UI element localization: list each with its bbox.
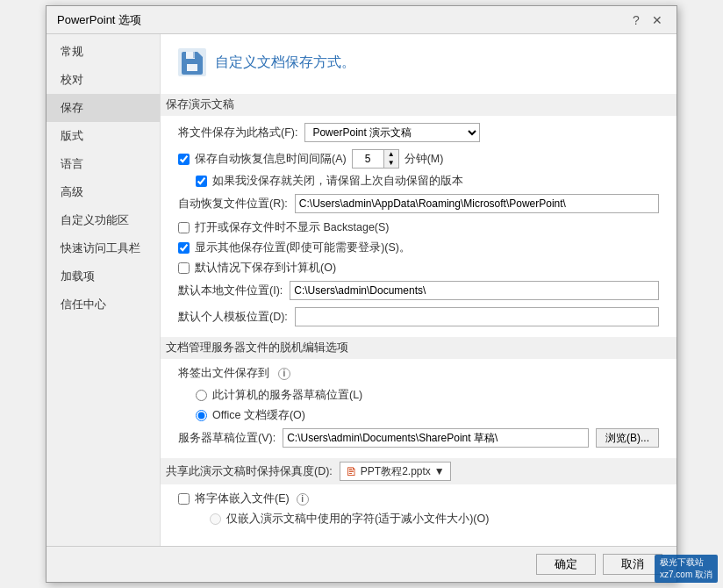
default-template-row: 默认个人模板位置(D):: [178, 307, 659, 326]
content-title: 自定义文档保存方式。: [215, 54, 355, 72]
sidebar-item-proofing[interactable]: 校对: [47, 66, 160, 94]
radio-server-radio[interactable]: [196, 390, 207, 401]
sidebar-item-customize[interactable]: 自定义功能区: [47, 206, 160, 234]
default-template-input[interactable]: [295, 307, 659, 326]
server-path-row: 服务器草稿位置(V): 浏览(B)...: [178, 428, 659, 448]
default-local-checkbox[interactable]: [178, 262, 190, 274]
autosave-minutes-input[interactable]: [352, 149, 383, 169]
svg-rect-1: [187, 64, 197, 71]
default-local-label: 默认情况下保存到计算机(O): [195, 261, 336, 276]
radio2-label: Office 文档缓存(O): [212, 408, 305, 423]
backstage-row: 打开或保存文件时不显示 Backstage(S): [178, 220, 659, 235]
default-local-row: 默认情况下保存到计算机(O): [178, 261, 659, 276]
share-file-name: PPT教程2.pptx: [361, 464, 431, 479]
dialog-title: PowerPoint 选项: [57, 12, 141, 28]
default-location-row: 默认本地文件位置(I):: [178, 281, 659, 300]
help-button[interactable]: ?: [627, 11, 645, 29]
backstage-label: 打开或保存文件时不显示 Backstage(S): [195, 220, 390, 235]
default-template-label: 默认个人模板位置(D):: [178, 310, 288, 325]
section1-label: 保存演示文稿: [161, 94, 676, 116]
autorecovery-row: 自动恢复文件位置(R):: [178, 194, 659, 213]
cancel-button[interactable]: 取消: [603, 554, 662, 575]
sidebar-item-layout[interactable]: 版式: [47, 122, 160, 150]
title-bar: PowerPoint 选项 ? ✕: [47, 6, 676, 34]
radio1-label: 此计算机的服务器草稿位置(L): [212, 388, 362, 403]
default-location-label: 默认本地文件位置(I):: [178, 283, 283, 298]
sidebar-item-advanced[interactable]: 高级: [47, 178, 160, 206]
radio2-row: Office 文档缓存(O): [178, 408, 659, 423]
show-places-checkbox[interactable]: [178, 242, 190, 254]
autorecovery-label: 自动恢复文件位置(R):: [178, 197, 288, 212]
checkin-info-icon: i: [278, 368, 290, 380]
embed-fonts-checkbox[interactable]: [178, 493, 190, 505]
embed-fonts-label: 将字体嵌入文件(E): [195, 491, 290, 506]
pptx-file-icon: 🖹: [346, 465, 357, 478]
embed-only-radio: [210, 513, 221, 525]
autosave-checkbox[interactable]: [178, 154, 190, 165]
checkin-row: 将签出文件保存到 i: [178, 366, 659, 381]
autosave-unit: 分钟(M): [404, 152, 444, 167]
sidebar-item-trust[interactable]: 信任中心: [47, 290, 160, 319]
options-dialog: PowerPoint 选项 ? ✕ 常规 校对 保存 版式 语言 高级 自定义功…: [46, 5, 677, 583]
browse-button[interactable]: 浏览(B)...: [596, 428, 659, 448]
sidebar: 常规 校对 保存 版式 语言 高级 自定义功能区 快速访问工具栏 加载项 信任中…: [47, 34, 161, 546]
content-header: 自定义文档保存方式。: [178, 48, 659, 80]
spin-down-button[interactable]: ▼: [384, 159, 398, 168]
section3-row: 共享此演示文稿时保持保真度(D): 🖹 PPT教程2.pptx ▼: [161, 458, 676, 484]
section2-label: 文档管理服务器文件的脱机编辑选项: [161, 337, 676, 359]
spin-buttons: ▲ ▼: [383, 149, 399, 169]
format-select-wrapper: PowerPoint 演示文稿: [304, 123, 480, 142]
autosave-row: 保存自动恢复信息时间间隔(A) ▲ ▼ 分钟(M): [178, 149, 659, 169]
embed-only-label: 仅嵌入演示文稿中使用的字符(适于减小文件大小)(O): [226, 512, 489, 527]
format-select[interactable]: PowerPoint 演示文稿: [304, 123, 480, 142]
sidebar-item-quickaccess[interactable]: 快速访问工具栏: [47, 234, 160, 262]
keep-version-checkbox[interactable]: [196, 176, 207, 187]
close-button[interactable]: ✕: [648, 11, 666, 29]
show-places-label: 显示其他保存位置(即使可能需要登录)(S)。: [195, 240, 411, 255]
embed-fonts-row: 将字体嵌入文件(E) i: [178, 491, 659, 506]
sidebar-item-save[interactable]: 保存: [47, 94, 160, 122]
server-path-input[interactable]: [283, 428, 589, 448]
dialog-body: 常规 校对 保存 版式 语言 高级 自定义功能区 快速访问工具栏 加载项 信任中…: [47, 34, 676, 546]
embed-only-row: 仅嵌入演示文稿中使用的字符(适于减小文件大小)(O): [178, 512, 659, 527]
format-row: 将文件保存为此格式(F): PowerPoint 演示文稿: [178, 123, 659, 142]
autorecovery-path-input[interactable]: [295, 194, 659, 213]
sidebar-item-general[interactable]: 常规: [47, 38, 160, 66]
title-controls: ? ✕: [627, 11, 666, 29]
keep-version-row: 如果我没保存就关闭，请保留上次自动保留的版本: [178, 174, 659, 189]
backstage-checkbox[interactable]: [178, 222, 190, 233]
section3-label: 共享此演示文稿时保持保真度(D):: [166, 464, 333, 479]
radio1-row: 此计算机的服务器草稿位置(L): [178, 388, 659, 403]
share-file-dropdown[interactable]: 🖹 PPT教程2.pptx ▼: [340, 462, 451, 481]
checkin-label: 将签出文件保存到: [178, 366, 269, 381]
default-location-input[interactable]: [290, 281, 659, 300]
server-path-label: 服务器草稿位置(V):: [178, 431, 276, 446]
content-area: 自定义文档保存方式。 保存演示文稿 将文件保存为此格式(F): PowerPoi…: [161, 34, 676, 546]
embed-fonts-info-icon: i: [297, 493, 309, 506]
save-icon: [178, 48, 206, 76]
keep-version-label: 如果我没保存就关闭，请保留上次自动保留的版本: [212, 174, 463, 189]
share-dropdown-arrow-icon: ▼: [434, 465, 445, 477]
sidebar-item-addins[interactable]: 加载项: [47, 262, 160, 290]
footer-buttons: 确定 取消: [47, 546, 676, 582]
radio-office-cache-radio[interactable]: [196, 410, 207, 421]
svg-rect-3: [193, 52, 195, 58]
autosave-label: 保存自动恢复信息时间间隔(A): [195, 152, 347, 167]
show-places-row: 显示其他保存位置(即使可能需要登录)(S)。: [178, 240, 659, 255]
ok-button[interactable]: 确定: [536, 554, 596, 575]
sidebar-item-language[interactable]: 语言: [47, 150, 160, 178]
autosave-spin: ▲ ▼: [352, 149, 399, 169]
format-label: 将文件保存为此格式(F):: [178, 125, 297, 140]
spin-up-button[interactable]: ▲: [384, 150, 398, 159]
